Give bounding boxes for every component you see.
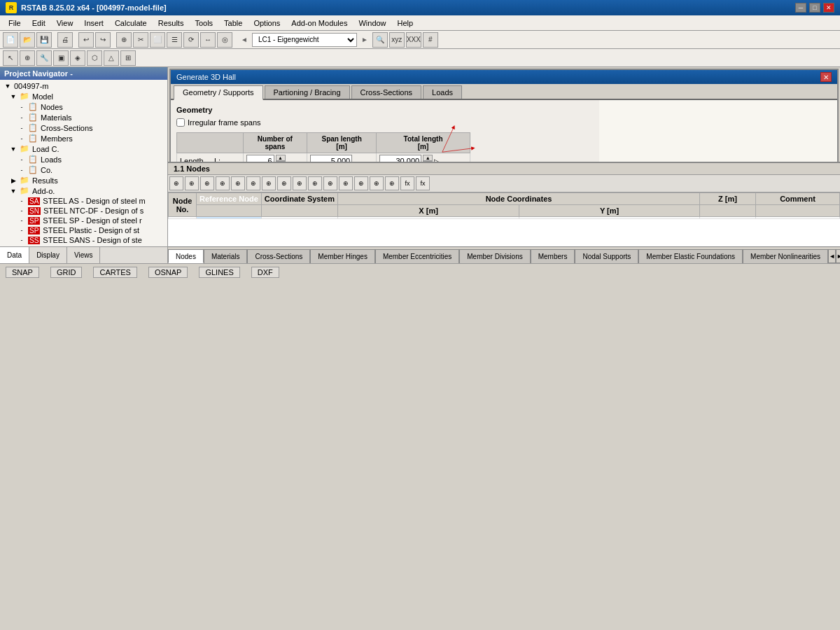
load-case-selector[interactable]: LC1 - Eigengewicht	[252, 33, 357, 47]
tb2-7[interactable]: △	[104, 50, 119, 66]
bt-17[interactable]: fx	[416, 176, 430, 190]
tb-btn-4[interactable]: ☰	[167, 32, 182, 48]
bt-9[interactable]: ⊕	[293, 176, 307, 190]
tab-nodal-supports[interactable]: Nodal Supports	[575, 249, 638, 263]
lc-arrow-left[interactable]: ◄	[238, 36, 251, 43]
irregular-frame-checkbox[interactable]	[176, 118, 185, 127]
tb2-4[interactable]: ▣	[53, 50, 69, 66]
tb-num[interactable]: #	[423, 32, 438, 48]
tab-data[interactable]: Data	[0, 247, 29, 263]
bt-5[interactable]: ⊕	[231, 176, 245, 190]
gen-dialog-close[interactable]: ✕	[820, 72, 832, 82]
tree-materials[interactable]: - 📋 Materials	[1, 112, 166, 122]
menu-calculate[interactable]: Calculate	[109, 18, 153, 29]
menu-insert[interactable]: Insert	[78, 18, 109, 29]
tb-btn-1[interactable]: ⊕	[116, 32, 132, 48]
tab-member-nonlinearities[interactable]: Member Nonlinearities	[743, 249, 828, 263]
tree-steel-as[interactable]: - SA STEEL AS - Design of steel m	[1, 196, 166, 206]
redo-button[interactable]: ↪	[95, 32, 111, 48]
length-total-input[interactable]	[379, 155, 421, 162]
length-span-length-input[interactable]	[310, 155, 352, 162]
save-button[interactable]: 💾	[36, 32, 52, 48]
tb-search[interactable]: 🔍	[372, 32, 388, 48]
tab-member-eccentricities[interactable]: Member Eccentricities	[375, 249, 459, 263]
status-dxf[interactable]: DXF	[251, 267, 279, 278]
length-total-up[interactable]: ▲	[423, 155, 433, 161]
tb-btn-7[interactable]: ◎	[217, 32, 232, 48]
menu-window[interactable]: Window	[353, 18, 391, 29]
minimize-button[interactable]: ─	[795, 3, 806, 13]
tb2-1[interactable]: ↖	[3, 50, 18, 66]
tree-results[interactable]: ▶ 📁 Results	[1, 175, 166, 186]
tree-steel-ntc[interactable]: - SN STEEL NTC-DF - Design of s	[1, 206, 166, 216]
tb2-8[interactable]: ⊞	[120, 50, 136, 66]
length-spans-up[interactable]: ▲	[276, 155, 286, 161]
bt-13[interactable]: ⊕	[354, 176, 368, 190]
tb-xxx[interactable]: XXX	[406, 32, 421, 48]
menu-table[interactable]: Table	[218, 18, 248, 29]
menu-tools[interactable]: Tools	[189, 18, 218, 29]
length-total-down[interactable]: ▼	[423, 161, 433, 162]
tb2-3[interactable]: 🔧	[36, 50, 52, 66]
length-total-arrows[interactable]: ▲ ▼	[423, 155, 433, 162]
bt-16[interactable]: fx	[400, 176, 414, 190]
tab-scroll-right[interactable]: ►	[836, 249, 840, 263]
print-button[interactable]: 🖨	[57, 32, 73, 48]
tab-cross-sections-gen[interactable]: Cross-Sections	[351, 85, 422, 99]
tab-materials[interactable]: Materials	[204, 249, 248, 263]
tab-member-elastic-foundations[interactable]: Member Elastic Foundations	[638, 249, 743, 263]
maximize-button[interactable]: □	[809, 3, 820, 13]
tb-btn-3[interactable]: ⬜	[150, 32, 165, 48]
close-button[interactable]: ✕	[823, 3, 834, 13]
bt-6[interactable]: ⊕	[246, 176, 260, 190]
status-cartes[interactable]: CARTES	[93, 267, 136, 278]
bt-10[interactable]: ⊕	[308, 176, 322, 190]
tb2-5[interactable]: ◈	[70, 50, 85, 66]
tb-xyz[interactable]: xyz	[389, 32, 405, 48]
tree-steel-sp[interactable]: - SP STEEL SP - Design of steel r	[1, 216, 166, 225]
window-controls[interactable]: ─ □ ✕	[795, 3, 834, 13]
tab-display[interactable]: Display	[29, 247, 67, 263]
bt-15[interactable]: ⊕	[385, 176, 399, 190]
status-snap[interactable]: SNAP	[6, 267, 39, 278]
undo-button[interactable]: ↩	[78, 32, 94, 48]
tree-loads[interactable]: - 📋 Loads	[1, 154, 166, 164]
bt-2[interactable]: ⊕	[185, 176, 199, 190]
status-osnap[interactable]: OSNAP	[148, 267, 188, 278]
tree-steel-sans[interactable]: - SS STEEL SANS - Design of ste	[1, 235, 166, 245]
length-spans-input[interactable]	[246, 155, 274, 162]
length-spans-down[interactable]: ▼	[276, 161, 286, 162]
tree-loadcases[interactable]: ▼ 📁 Load C.	[1, 144, 166, 154]
lc-arrow-right[interactable]: ►	[358, 36, 371, 43]
menu-edit[interactable]: Edit	[27, 18, 51, 29]
menu-file[interactable]: File	[3, 18, 27, 29]
bt-3[interactable]: ⊕	[200, 176, 214, 190]
menu-addon[interactable]: Add-on Modules	[286, 18, 353, 29]
tree-root[interactable]: ▼ 004997-m	[1, 81, 166, 91]
menu-view[interactable]: View	[51, 18, 79, 29]
tab-member-hinges[interactable]: Member Hinges	[310, 249, 375, 263]
bt-1[interactable]: ⊕	[169, 176, 183, 190]
tb-btn-5[interactable]: ⟳	[183, 32, 199, 48]
bt-12[interactable]: ⊕	[339, 176, 353, 190]
menu-help[interactable]: Help	[392, 18, 419, 29]
tree-cross-sections[interactable]: - 📋 Cross-Sections	[1, 122, 166, 133]
tree-members[interactable]: - 📋 Members	[1, 133, 166, 144]
tree-nodes[interactable]: - 📋 Nodes	[1, 102, 166, 112]
tb2-2[interactable]: ⊕	[20, 50, 35, 66]
tab-members[interactable]: Members	[531, 249, 575, 263]
tab-loads[interactable]: Loads	[423, 85, 462, 99]
bt-14[interactable]: ⊕	[370, 176, 384, 190]
tree-model[interactable]: ▼ 📁 Model	[1, 91, 166, 102]
tab-member-divisions[interactable]: Member Divisions	[459, 249, 530, 263]
bt-4[interactable]: ⊕	[216, 176, 230, 190]
tab-partioning[interactable]: Partioning / Bracing	[265, 85, 350, 99]
bt-8[interactable]: ⊕	[277, 176, 291, 190]
tab-geometry-supports[interactable]: Geometry / Supports	[174, 85, 263, 100]
length-spans-arrows[interactable]: ▲ ▼	[276, 155, 286, 162]
tb2-6[interactable]: ⬡	[87, 50, 102, 66]
menu-options[interactable]: Options	[248, 18, 286, 29]
tab-views[interactable]: Views	[67, 247, 101, 263]
tb-btn-6[interactable]: ↔	[200, 32, 216, 48]
tab-cross-sections-bottom[interactable]: Cross-Sections	[247, 249, 310, 263]
